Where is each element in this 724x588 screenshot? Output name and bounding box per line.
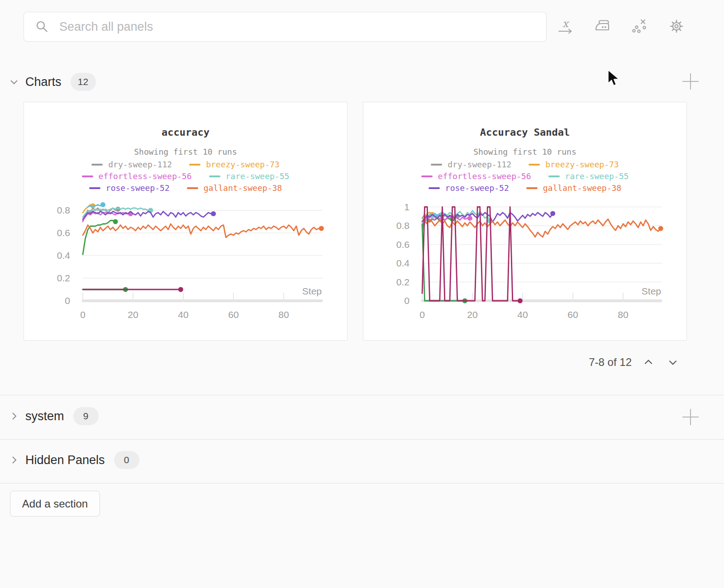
settings-gear-icon[interactable] bbox=[668, 18, 685, 35]
svg-text:x: x bbox=[562, 18, 570, 29]
panel-count-badge: 9 bbox=[73, 407, 99, 425]
legend-swatch bbox=[431, 164, 442, 166]
section-title[interactable]: Hidden Panels bbox=[25, 453, 105, 467]
svg-text:60: 60 bbox=[228, 309, 238, 320]
chart-legend: dry-sweep-112breezy-sweep-73effortless-s… bbox=[363, 159, 686, 194]
legend-swatch bbox=[526, 187, 538, 189]
section-hidden-panels-header[interactable]: Hidden Panels 0 bbox=[8, 444, 139, 476]
section-system-header[interactable]: system 9 bbox=[8, 400, 99, 432]
legend-swatch bbox=[429, 187, 440, 189]
chart-subtitle: Showing first 10 runs bbox=[363, 147, 686, 156]
line-chart-svg: 02040608000.20.40.60.81Step bbox=[367, 196, 684, 325]
mouse-cursor bbox=[607, 69, 621, 88]
legend-label: breezy-sweep-73 bbox=[545, 161, 619, 169]
legend-label: effortless-sweep-56 bbox=[438, 172, 531, 180]
pagination-label: 7-8 of 12 bbox=[589, 356, 632, 369]
svg-text:0.2: 0.2 bbox=[396, 277, 410, 287]
chart-plot-area[interactable]: 02040608000.20.40.60.8Step bbox=[28, 196, 344, 325]
chevron-down-icon[interactable] bbox=[8, 76, 20, 88]
section-charts-header: Charts 12 bbox=[8, 71, 96, 92]
section-title[interactable]: system bbox=[25, 409, 64, 423]
panel-count-badge: 0 bbox=[114, 451, 139, 469]
legend-item: rose-sweep-52 bbox=[429, 184, 509, 192]
legend-label: rare-sweep-55 bbox=[226, 172, 290, 180]
legend-label: dry-sweep-112 bbox=[448, 161, 511, 169]
legend-item: rare-sweep-55 bbox=[548, 172, 629, 180]
svg-text:0: 0 bbox=[80, 309, 86, 320]
legend-label: dry-sweep-112 bbox=[108, 161, 172, 169]
chart-legend: dry-sweep-112breezy-sweep-73effortless-s… bbox=[24, 159, 347, 194]
svg-text:0: 0 bbox=[419, 309, 425, 320]
legend-item: breezy-sweep-73 bbox=[529, 161, 619, 169]
legend-item: breezy-sweep-73 bbox=[189, 161, 280, 169]
search-input[interactable] bbox=[58, 19, 535, 34]
legend-label: rose-sweep-52 bbox=[106, 184, 170, 192]
svg-text:0.2: 0.2 bbox=[57, 273, 70, 283]
svg-text:1: 1 bbox=[404, 202, 410, 212]
legend-label: effortless-sweep-56 bbox=[99, 172, 192, 180]
divider bbox=[0, 483, 724, 484]
section-title[interactable]: Charts bbox=[25, 75, 62, 89]
svg-text:0.4: 0.4 bbox=[396, 258, 410, 268]
legend-label: gallant-sweep-38 bbox=[543, 184, 621, 192]
legend-swatch bbox=[89, 187, 100, 189]
legend-swatch bbox=[529, 164, 540, 166]
panel-pagination: 7-8 of 12 bbox=[589, 353, 681, 372]
svg-text:Step: Step bbox=[302, 286, 322, 296]
svg-text:60: 60 bbox=[567, 309, 578, 320]
legend-swatch bbox=[189, 164, 200, 166]
add-section-button[interactable]: Add a section bbox=[10, 491, 100, 517]
legend-item: rare-sweep-55 bbox=[209, 172, 290, 180]
divider bbox=[0, 439, 724, 440]
search-icon bbox=[35, 19, 49, 34]
legend-item: dry-sweep-112 bbox=[431, 161, 511, 169]
legend-item: rose-sweep-52 bbox=[89, 184, 170, 192]
legend-swatch bbox=[82, 175, 93, 177]
add-panel-button[interactable] bbox=[681, 408, 700, 427]
legend-swatch bbox=[548, 175, 560, 177]
legend-label: breezy-sweep-73 bbox=[206, 161, 280, 169]
panel-count-badge: 12 bbox=[71, 73, 96, 90]
chart-title: accuracy bbox=[24, 127, 347, 138]
legend-item: effortless-sweep-56 bbox=[82, 172, 192, 180]
svg-text:80: 80 bbox=[278, 309, 289, 320]
legend-swatch bbox=[421, 175, 433, 177]
smoothing-iron-icon[interactable] bbox=[594, 18, 611, 35]
svg-text:40: 40 bbox=[517, 309, 528, 320]
panel-search-bar[interactable] bbox=[24, 12, 547, 42]
legend-item: effortless-sweep-56 bbox=[421, 172, 531, 180]
legend-label: gallant-sweep-38 bbox=[204, 184, 282, 192]
chart-subtitle: Showing first 10 runs bbox=[24, 147, 347, 156]
legend-swatch bbox=[91, 164, 103, 166]
svg-text:80: 80 bbox=[618, 309, 628, 320]
chevron-right-icon[interactable] bbox=[8, 454, 20, 466]
page-up-icon[interactable] bbox=[641, 355, 656, 370]
svg-text:0.8: 0.8 bbox=[57, 205, 70, 215]
add-panel-button[interactable] bbox=[681, 72, 700, 91]
chart-panel-accuracy-sandal[interactable]: Accuracy Sandal Showing first 10 runs dr… bbox=[363, 102, 687, 341]
svg-text:20: 20 bbox=[128, 309, 138, 320]
line-chart-svg: 02040608000.20.40.60.8Step bbox=[28, 196, 344, 325]
legend-item: dry-sweep-112 bbox=[91, 161, 172, 169]
divider bbox=[0, 395, 724, 395]
chart-plot-area[interactable]: 02040608000.20.40.60.81Step bbox=[367, 196, 684, 325]
x-axis-expression-icon[interactable]: x bbox=[557, 18, 574, 35]
page-down-icon[interactable] bbox=[665, 355, 681, 370]
svg-text:0: 0 bbox=[404, 295, 410, 306]
chevron-right-icon[interactable] bbox=[8, 410, 20, 422]
legend-swatch bbox=[209, 175, 220, 177]
svg-text:0.6: 0.6 bbox=[57, 228, 70, 238]
charts-panel-grid: accuracy Showing first 10 runs dry-sweep… bbox=[24, 102, 687, 341]
chart-panel-accuracy[interactable]: accuracy Showing first 10 runs dry-sweep… bbox=[24, 102, 348, 341]
svg-text:20: 20 bbox=[467, 309, 477, 320]
legend-label: rose-sweep-52 bbox=[445, 184, 509, 192]
remove-outliers-icon[interactable] bbox=[631, 18, 648, 35]
svg-text:0: 0 bbox=[65, 295, 70, 306]
svg-text:40: 40 bbox=[178, 309, 188, 320]
legend-item: gallant-sweep-38 bbox=[187, 184, 282, 192]
svg-text:0.6: 0.6 bbox=[396, 239, 410, 250]
chart-title: Accuracy Sandal bbox=[363, 127, 686, 138]
svg-text:0.8: 0.8 bbox=[396, 220, 410, 231]
legend-label: rare-sweep-55 bbox=[565, 172, 629, 180]
legend-swatch bbox=[187, 187, 198, 189]
